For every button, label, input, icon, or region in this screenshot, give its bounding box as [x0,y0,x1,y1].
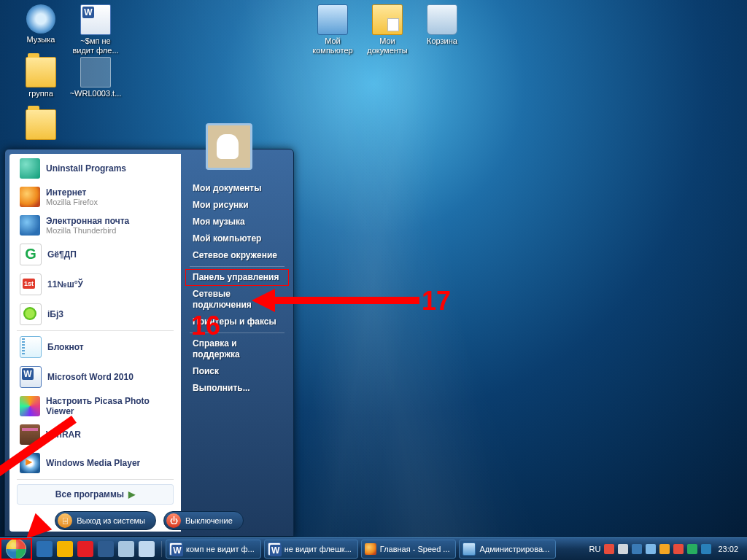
tray-icon[interactable] [646,544,656,554]
icon-label: Корзина [416,36,468,46]
picasa-icon [20,396,40,416]
program-app-ibj[interactable]: іБј3 [12,300,178,329]
icon-label: ~$мп не видит фле... [69,36,122,55]
uninstall-icon [20,158,40,179]
all-programs-label: Все программы [55,489,124,499]
shutdown-label: Выключение [185,516,233,525]
tray-icon[interactable] [604,544,614,554]
tray-icon[interactable] [659,544,670,554]
places-item[interactable]: Сетевое окружение [185,247,289,264]
internet-icon [20,187,40,207]
start-menu-places: Мои документыМои рисункиМоя музыкаМой ко… [181,149,293,536]
desktop-icon-disc[interactable]: Музыка [15,4,67,44]
my-computer-icon [317,4,348,35]
taskbar-button[interactable]: Администрирова... [459,540,556,559]
program-subtitle: Mozilla Thunderbird [46,226,129,235]
logoff-label: Выход из системы [77,516,145,525]
quicklaunch-opera-icon[interactable] [77,541,93,557]
quicklaunch-vol-icon[interactable] [118,541,134,557]
program-app-1st[interactable]: 11№ш°Ў [12,270,178,299]
tmp-file-icon [80,57,111,88]
quicklaunch-chrome-icon[interactable] [57,541,73,557]
quicklaunch-desk-icon[interactable] [139,541,155,557]
start-button[interactable] [0,538,32,560]
logoff-button[interactable]: ⍈Выход из системы [55,511,156,530]
word-icon [20,366,42,388]
user-avatar[interactable] [206,123,252,170]
tray-icon[interactable] [687,544,697,554]
shutdown-button[interactable]: ⏻Выключение [163,511,244,530]
places-item[interactable]: Поиск [185,363,289,380]
separator [161,541,162,557]
winrar-icon [20,424,40,445]
desktop-icon-my-documents[interactable]: Мои документы [361,4,414,55]
chevron-right-icon: ▶ [128,489,135,499]
program-word[interactable]: Microsoft Word 2010 [12,362,178,392]
all-programs-button[interactable]: Все программы▶ [17,484,174,505]
quicklaunch-disk-icon[interactable] [98,541,114,557]
desktop-icon-folder[interactable] [15,109,67,141]
places-item[interactable]: Мои документы [185,180,289,197]
program-title: іБј3 [47,309,63,319]
desktop-icon-word-doc[interactable]: ~$мп не видит фле... [69,4,122,55]
word-doc-icon [80,4,111,35]
taskbar-button[interactable]: не видит флешк... [264,540,358,559]
tray-icon[interactable] [618,544,628,554]
program-picasa[interactable]: Настроить Picasa Photo Viewer [12,392,178,420]
program-title: WinRAR [46,429,81,440]
desktop-icon-tmp-file[interactable]: ~WRL0003.t... [69,57,122,98]
logoff-icon: ⍈ [58,513,72,528]
desktop-icon-recycle-bin[interactable]: Корзина [416,4,468,46]
icon-label: Музыка [15,35,67,44]
taskbar-button[interactable]: комп не видит ф... [166,540,261,559]
places-item[interactable]: Сетевые подключения [185,286,289,314]
program-app-g[interactable]: GGё¶ДП [12,240,178,269]
system-tray: RU 23:02 [584,544,747,554]
tray-icon[interactable] [701,544,711,554]
taskbar-buttons: комп не видит ф...не видит флешк...Главн… [164,540,557,559]
places-item[interactable]: Справка и поддержка [185,335,289,363]
power-icon: ⏻ [166,513,181,528]
notepad-icon [20,336,42,358]
program-uninstall[interactable]: Uninstall Programs [12,155,178,182]
separator [17,330,174,331]
my-documents-icon [372,4,403,35]
windows-orb-icon [6,539,26,559]
program-wmp[interactable]: Windows Media Player [12,449,178,477]
program-title: Windows Media Player [46,458,140,468]
taskbar-button-label: Главная - Speed ... [380,545,450,553]
icon-label: Мой компьютер [306,36,359,55]
desktop-icon-my-computer[interactable]: Мой компьютер [306,4,359,55]
quicklaunch-tb-icon[interactable] [36,541,53,557]
clock[interactable]: 23:02 [715,545,741,553]
program-notepad[interactable]: Блокнот [12,332,178,362]
icon-label: группа [15,89,67,98]
places-item[interactable]: Моя музыка [185,214,289,230]
start-menu-programs: Uninstall ProgramsИнтернетMozilla Firefo… [9,154,181,532]
program-winrar[interactable]: WinRAR [12,421,178,448]
tray-shield-icon[interactable] [673,544,684,554]
program-internet[interactable]: ИнтернетMozilla Firefox [12,183,178,211]
places-item[interactable]: Выполнить... [185,380,289,397]
places-item[interactable]: Принтеры и факсы [185,314,289,330]
desktop-icon-folder-group[interactable]: группа [15,57,67,98]
desktop[interactable]: Музыка~$мп не видит фле...Мой компьютерМ… [0,0,747,560]
taskbar-button[interactable]: Главная - Speed ... [361,540,457,559]
folder-group-icon [26,57,56,88]
places-item[interactable]: Мои рисунки [185,197,289,214]
places-item[interactable]: Панель управления [185,269,289,286]
language-indicator[interactable]: RU [589,545,601,553]
separator [190,332,285,333]
tray-icon[interactable] [632,544,642,554]
separator [17,479,174,480]
program-email[interactable]: Электронная почтаMozilla Thunderbird [12,211,178,239]
program-title: Блокнот [47,342,84,352]
taskbar-button-label: Администрирова... [479,545,549,553]
app-icon [268,542,281,556]
places-item[interactable]: Мой компьютер [185,230,289,247]
program-subtitle: Mozilla Firefox [46,198,98,206]
app-icon [365,543,376,555]
program-title: Microsoft Word 2010 [47,372,133,382]
disc-icon [26,4,55,34]
taskbar: комп не видит ф...не видит флешк...Главн… [0,537,747,560]
